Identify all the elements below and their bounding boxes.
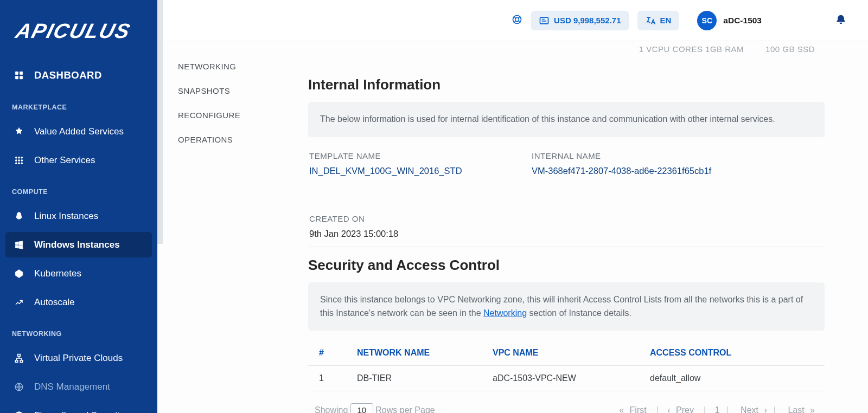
sidebar-scrollbar[interactable]	[157, 0, 163, 244]
language-value: EN	[660, 16, 672, 25]
autoscale-icon	[13, 296, 24, 308]
addon-icon	[13, 126, 24, 137]
sidebar-item-kubernetes[interactable]: Kubernetes	[5, 261, 152, 286]
cell-index: 1	[308, 366, 346, 391]
pager-first[interactable]: « First	[619, 405, 649, 413]
avatar: SC	[697, 11, 717, 30]
created-value: 9th Jan 2023 15:00:18	[309, 229, 398, 239]
tab-snapshots[interactable]: SNAPSHOTS	[178, 79, 304, 103]
svg-rect-0	[15, 72, 18, 74]
internal-name-label: INTERNAL NAME	[532, 151, 711, 160]
col-network: NETWORK NAME	[346, 340, 482, 366]
sidebar-item-label: Virtual Private Clouds	[34, 353, 123, 364]
sidebar-item-autoscale[interactable]: Autoscale	[5, 289, 152, 315]
svg-point-10	[15, 162, 17, 164]
svg-point-9	[21, 159, 22, 161]
tab-networking[interactable]: NETWORKING	[178, 54, 304, 79]
network-icon	[13, 352, 24, 364]
page-size-input[interactable]	[350, 403, 373, 413]
sidebar-section-marketplace: MARKETPLACE	[0, 92, 157, 115]
svg-point-19	[515, 17, 519, 21]
sidebar-item-label: DASHBOARD	[34, 69, 102, 81]
balance-value: USD 9,998,552.71	[554, 16, 621, 25]
config-cpu: 1 VCPU CORES 1GB RAM	[639, 44, 744, 54]
windows-icon	[13, 239, 24, 250]
svg-marker-13	[15, 269, 23, 278]
sidebar-item-label: Firewalls and Security	[34, 410, 124, 414]
sidebar-item-label: Autoscale	[34, 297, 75, 308]
sidebar-item-label: Value Added Services	[34, 126, 124, 137]
cell-vpc: aDC-1503-VPC-NEW	[482, 366, 639, 391]
svg-rect-2	[15, 76, 18, 79]
svg-point-7	[15, 159, 17, 161]
section-title-security: Security and Access Control	[308, 257, 825, 274]
sidebar-item-dns[interactable]: DNS Management	[5, 374, 152, 399]
created-label: CREATED ON	[309, 214, 398, 223]
svg-point-5	[18, 157, 20, 158]
pager-last[interactable]: Last »	[784, 405, 815, 413]
sidebar-item-label: DNS Management	[34, 382, 110, 392]
cell-network: DB-TIER	[346, 366, 482, 391]
svg-rect-16	[20, 360, 23, 362]
sidebar-item-label: Other Services	[34, 155, 95, 166]
globe-icon	[13, 381, 24, 392]
pager-prev[interactable]: ‹ Prev	[667, 405, 697, 413]
svg-rect-3	[20, 76, 22, 79]
sidebar-item-label: Windows Instances	[34, 240, 120, 250]
tab-operations[interactable]: OPERATIONS	[178, 127, 304, 152]
template-value: IN_DEL_KVM_100G_WIN_2016_STD	[309, 166, 494, 176]
internal-name-value: VM-368ef471-2807-4038-ad6e-22361f65cb1f	[532, 166, 711, 176]
svg-point-12	[21, 162, 22, 164]
svg-point-11	[18, 162, 20, 164]
col-acl: ACCESS CONTROL	[639, 340, 825, 366]
balance-pill[interactable]: USD 9,998,552.71	[531, 11, 628, 30]
page-body: 1 VCPU CORES 1GB RAM 100 GB SSD Internal…	[304, 41, 868, 413]
sidebar-item-label: Linux Instances	[34, 211, 98, 222]
sidebar-section-compute: COMPUTE	[0, 176, 157, 200]
account[interactable]: SC aDC-1503	[697, 11, 762, 30]
sidebar-item-vpc[interactable]: Virtual Private Clouds	[5, 345, 152, 371]
brand-logo: APICULUS	[0, 4, 157, 59]
internal-info-card: The below information is used for intern…	[308, 102, 825, 137]
sidebar-item-firewalls[interactable]: Firewalls and Security	[5, 403, 152, 413]
pager-showing: Showing	[315, 405, 348, 413]
tab-reconfigure[interactable]: RECONFIGURE	[178, 103, 304, 127]
table-row: 1 DB-TIER aDC-1503-VPC-NEW default_allow	[308, 366, 825, 391]
linux-icon	[13, 210, 24, 222]
pager-next[interactable]: Next ›	[737, 405, 767, 413]
svg-point-6	[21, 157, 22, 158]
svg-rect-14	[17, 354, 20, 356]
kubernetes-icon	[13, 268, 24, 279]
pager: Showing Rows per Page « First| ‹ Prev| 1…	[308, 391, 825, 413]
sidebar-item-linux[interactable]: Linux Instances	[5, 203, 152, 229]
shield-icon	[13, 410, 24, 413]
col-vpc: VPC NAME	[482, 340, 639, 366]
sidebar-item-dashboard[interactable]: DASHBOARD	[5, 62, 152, 88]
dashboard-icon	[13, 70, 24, 81]
network-table: # NETWORK NAME VPC NAME ACCESS CONTROL 1…	[308, 340, 825, 391]
sidebar-section-networking: NETWORKING	[0, 318, 157, 342]
networking-link[interactable]: Networking	[483, 308, 527, 318]
sidebar-item-vas[interactable]: Value Added Services	[5, 119, 152, 144]
sidebar-item-label: Kubernetes	[34, 268, 81, 279]
svg-point-8	[18, 159, 20, 161]
sidebar: APICULUS DASHBOARD MARKETPLACE Value Add…	[0, 0, 157, 413]
language-pill[interactable]: EN	[637, 11, 679, 30]
col-index: #	[308, 340, 346, 366]
help-icon[interactable]	[512, 14, 522, 27]
config-disk: 100 GB SSD	[765, 44, 815, 54]
sidebar-item-other-services[interactable]: Other Services	[5, 147, 152, 173]
security-info-card: Since this instance belongs to VPC Netwo…	[308, 282, 825, 331]
grid-icon	[13, 154, 24, 166]
notifications-icon[interactable]	[835, 14, 846, 27]
account-name: aDC-1503	[723, 16, 762, 25]
topbar: USD 9,998,552.71 EN SC aDC-1503	[157, 0, 868, 41]
cell-acl: default_allow	[639, 366, 825, 391]
section-title-internal: Internal Information	[308, 76, 825, 93]
config-summary: 1 VCPU CORES 1GB RAM 100 GB SSD	[308, 44, 825, 67]
sidebar-item-windows[interactable]: Windows Instances	[5, 232, 152, 257]
template-label: TEMPLATE NAME	[309, 151, 494, 160]
instance-subtabs: NETWORKING SNAPSHOTS RECONFIGURE OPERATI…	[157, 41, 304, 413]
pager-rows-label: Rows per Page	[375, 405, 435, 413]
svg-rect-1	[20, 72, 22, 74]
